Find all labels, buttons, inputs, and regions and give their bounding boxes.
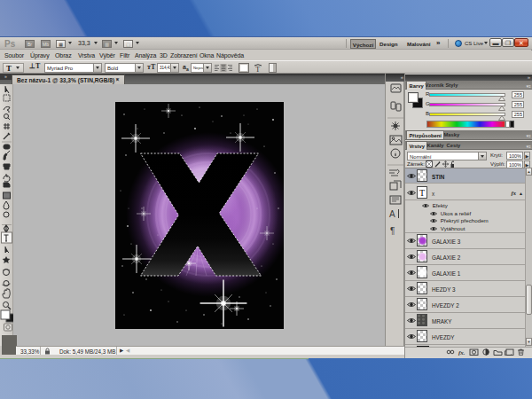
svg-text:T: T bbox=[255, 66, 260, 73]
svg-text:¶: ¶ bbox=[390, 226, 395, 236]
svg-text:A: A bbox=[389, 209, 395, 219]
svg-text:fx.: fx. bbox=[458, 349, 466, 356]
